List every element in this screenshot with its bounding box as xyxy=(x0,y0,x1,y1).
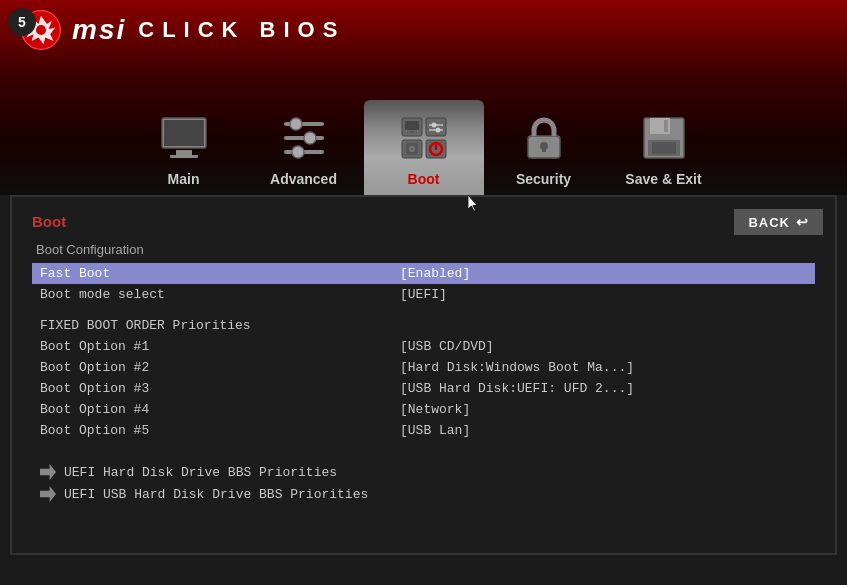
step-badge: 5 xyxy=(8,8,36,36)
svg-point-27 xyxy=(411,148,413,150)
svg-point-10 xyxy=(290,118,302,130)
tab-security-label: Security xyxy=(516,171,571,187)
sliders-icon xyxy=(274,110,334,165)
floppy-icon xyxy=(634,110,694,165)
msi-brand-text: msi xyxy=(72,14,126,46)
bbs-arrow-icon-1 xyxy=(40,464,56,480)
svg-rect-6 xyxy=(170,155,198,158)
monitor-icon xyxy=(154,110,214,165)
svg-point-2 xyxy=(36,25,46,35)
bbs-priority-1-row[interactable]: UEFI Hard Disk Drive BBS Priorities xyxy=(32,461,815,483)
svg-rect-30 xyxy=(542,146,546,152)
svg-rect-17 xyxy=(405,121,419,130)
boot-option-5-key: Boot Option #5 xyxy=(40,423,400,438)
boot-option-4-val: [Network] xyxy=(400,402,470,417)
tab-save-exit[interactable]: Save & Exit xyxy=(604,102,724,195)
boot-option-4-key: Boot Option #4 xyxy=(40,402,400,417)
tab-main[interactable]: Main xyxy=(124,102,244,195)
boot-option-3-key: Boot Option #3 xyxy=(40,381,400,396)
bbs-arrow-icon-2 xyxy=(40,486,56,502)
svg-point-12 xyxy=(292,146,304,158)
boot-option-5-row[interactable]: Boot Option #5 [USB Lan] xyxy=(32,420,815,441)
header: msi CLICK BIOS Main xyxy=(0,0,847,195)
lock-icon xyxy=(514,110,574,165)
boot-mode-row[interactable]: Boot mode select [UEFI] xyxy=(32,284,815,305)
svg-rect-35 xyxy=(652,142,676,154)
nav-tabs: Main Advanced xyxy=(0,60,847,195)
section-title: Boot xyxy=(32,213,815,230)
boot-icon xyxy=(394,110,454,165)
svg-point-21 xyxy=(431,122,436,127)
boot-option-4-row[interactable]: Boot Option #4 [Network] xyxy=(32,399,815,420)
svg-rect-33 xyxy=(664,120,668,132)
content-area: BACK ↩ Boot Boot Configuration Fast Boot… xyxy=(10,195,837,555)
tab-advanced[interactable]: Advanced xyxy=(244,102,364,195)
svg-point-22 xyxy=(435,127,440,132)
back-button-label: BACK xyxy=(748,215,790,230)
fast-boot-key: Fast Boot xyxy=(40,266,400,281)
tab-boot[interactable]: Boot xyxy=(364,100,484,195)
boot-option-2-key: Boot Option #2 xyxy=(40,360,400,375)
back-arrow-icon: ↩ xyxy=(796,214,809,230)
svg-rect-5 xyxy=(176,150,192,155)
fast-boot-row[interactable]: Fast Boot [Enabled] xyxy=(32,263,815,284)
tab-boot-label: Boot xyxy=(408,171,440,187)
boot-mode-key: Boot mode select xyxy=(40,287,400,302)
click-bios-text: CLICK BIOS xyxy=(138,17,345,43)
svg-rect-4 xyxy=(164,120,204,146)
fast-boot-value: [Enabled] xyxy=(400,266,470,281)
boot-mode-value: [UEFI] xyxy=(400,287,447,302)
tab-security[interactable]: Security xyxy=(484,102,604,195)
boot-option-2-row[interactable]: Boot Option #2 [Hard Disk:Windows Boot M… xyxy=(32,357,815,378)
boot-option-1-val: [USB CD/DVD] xyxy=(400,339,494,354)
boot-option-1-row[interactable]: Boot Option #1 [USB CD/DVD] xyxy=(32,336,815,357)
svg-point-11 xyxy=(304,132,316,144)
bbs-priority-2-label: UEFI USB Hard Disk Drive BBS Priorities xyxy=(64,487,368,502)
svg-rect-14 xyxy=(426,118,446,136)
boot-option-3-val: [USB Hard Disk:UEFI: UFD 2...] xyxy=(400,381,634,396)
boot-option-2-val: [Hard Disk:Windows Boot Ma...] xyxy=(400,360,634,375)
tab-save-exit-label: Save & Exit xyxy=(625,171,701,187)
boot-option-3-row[interactable]: Boot Option #3 [USB Hard Disk:UEFI: UFD … xyxy=(32,378,815,399)
svg-rect-18 xyxy=(410,131,414,133)
boot-option-1-key: Boot Option #1 xyxy=(40,339,400,354)
config-label: Boot Configuration xyxy=(32,242,815,257)
bbs-priority-1-label: UEFI Hard Disk Drive BBS Priorities xyxy=(64,465,337,480)
logo-bar: msi CLICK BIOS xyxy=(0,0,847,60)
back-button[interactable]: BACK ↩ xyxy=(734,209,823,235)
tab-main-label: Main xyxy=(168,171,200,187)
bbs-priority-2-row[interactable]: UEFI USB Hard Disk Drive BBS Priorities xyxy=(32,483,815,505)
boot-option-5-val: [USB Lan] xyxy=(400,423,470,438)
tab-advanced-label: Advanced xyxy=(270,171,337,187)
fixed-boot-label: FIXED BOOT ORDER Priorities xyxy=(32,315,815,336)
